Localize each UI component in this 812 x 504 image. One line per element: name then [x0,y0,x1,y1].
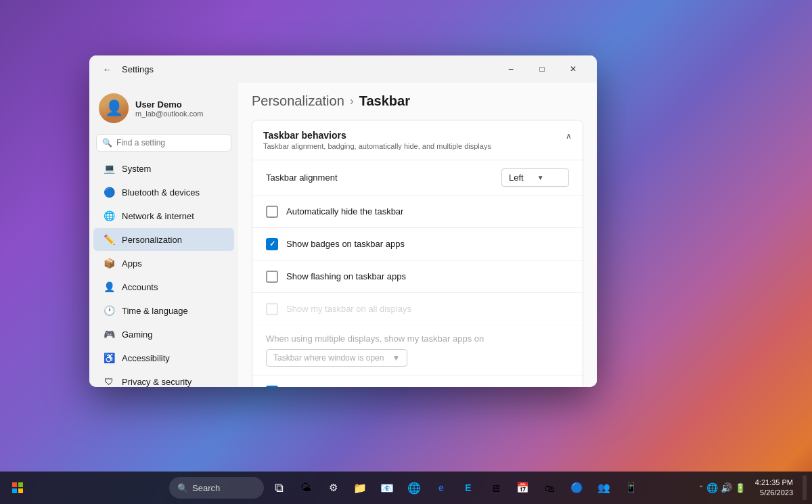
accessibility-icon: ♿ [103,352,115,364]
bluetooth-icon: 🔵 [103,186,115,198]
avatar: 👤 [99,93,129,123]
share-window-row: Share any window from my taskbar [252,375,583,387]
svg-rect-0 [12,482,17,487]
share-window-checkbox[interactable] [266,386,278,388]
edge3-button[interactable]: E [456,476,480,500]
battery-tray-icon[interactable]: 🔋 [735,483,746,493]
minimize-button[interactable]: – [495,58,526,80]
nav-item-personalization[interactable]: ✏️ Personalization [93,228,234,251]
chevron-tray-icon[interactable]: ⌃ [698,484,704,492]
edge2-button[interactable]: e [429,476,453,500]
file-explorer-button[interactable]: 📁 [348,476,372,500]
settings-icon-taskbar[interactable]: ⚙ [321,476,345,500]
content-area: Personalization › Taskbar Taskbar behavi… [238,83,597,387]
nav-item-privacy[interactable]: 🛡 Privacy & security [93,370,234,387]
nav-label-personalization: Personalization [122,235,182,245]
search-input[interactable] [116,138,225,147]
back-button[interactable]: ← [97,60,116,78]
nav-item-time[interactable]: 🕐 Time & language [93,299,234,322]
nav-label-time: Time & language [122,306,188,316]
settings-window: ← Settings – □ ✕ 👤 User Demo m_lab@out [89,55,597,387]
store-button[interactable]: 🛍 [537,476,562,500]
nav-label-accounts: Accounts [122,282,158,292]
multi-display-dropdown[interactable]: Taskbar where window is open ▼ [266,349,407,367]
edge-button[interactable]: 🌐 [402,476,426,500]
nav-label-apps: Apps [122,258,142,269]
start-button[interactable] [5,476,30,500]
auto-hide-container: Automatically hide the taskbar [266,206,569,218]
search-icon: 🔍 [102,138,112,147]
system-icon: 💻 [103,162,115,175]
show-flashing-container: Show flashing on taskbar apps [266,271,569,283]
auto-hide-label: Automatically hide the taskbar [286,206,403,216]
system-clock[interactable]: 4:21:35 PM 5/26/2023 [750,478,798,499]
section-header[interactable]: Taskbar behaviors Taskbar alignment, bad… [252,120,583,160]
close-button[interactable]: ✕ [558,58,589,80]
taskbar-search-icon: 🔍 [177,483,188,493]
show-all-displays-checkbox[interactable] [266,303,278,315]
taskbar-left [5,476,30,500]
taskbar-center: 🔍 Search ⧉ 🌤 ⚙ 📁 📧 🌐 e E 🖥 📅 🛍 🔵 👥 📱 [169,476,643,500]
breadcrumb-separator: › [350,94,354,108]
rdp-button[interactable]: 🖥 [483,476,508,500]
nav-item-gaming[interactable]: 🎮 Gaming [93,323,234,346]
breadcrumb-current: Taskbar [359,93,410,109]
personalization-icon: ✏️ [103,233,115,246]
show-badges-row: Show badges on taskbar apps [252,228,583,260]
time-icon: 🕐 [103,304,115,317]
show-all-displays-row: Show my taskbar on all displays [252,293,583,325]
multi-display-label: When using multiple displays, show my ta… [266,334,569,344]
nav-label-system: System [122,164,151,174]
show-badges-checkbox[interactable] [266,238,278,250]
alignment-value: Left [509,173,524,183]
nav-item-bluetooth[interactable]: 🔵 Bluetooth & devices [93,181,234,204]
show-flashing-checkbox[interactable] [266,271,278,283]
auto-hide-checkbox[interactable] [266,206,278,218]
task-view-button[interactable]: ⧉ [267,476,291,500]
settings-search[interactable]: 🔍 [96,134,231,152]
share-window-label: Share any window from my taskbar [286,386,424,387]
multi-display-row: When using multiple displays, show my ta… [252,325,583,375]
volume-tray-icon[interactable]: 🔊 [721,482,732,493]
network-icon: 🌐 [103,210,115,222]
widgets-button[interactable]: 🌤 [294,476,318,500]
show-badges-container: Show badges on taskbar apps [266,238,569,250]
show-badges-label: Show badges on taskbar apps [286,239,405,249]
show-desktop-button[interactable] [803,476,807,500]
taskbar-right: ⌃ 🌐 🔊 🔋 4:21:35 PM 5/26/2023 [698,476,807,500]
window-body: 👤 User Demo m_lab@outlook.com 🔍 💻 System [89,83,597,387]
breadcrumb-parent: Personalization [252,93,344,109]
nav-item-accounts[interactable]: 👤 Accounts [93,275,234,298]
phone-button[interactable]: 📱 [618,476,643,500]
alignment-dropdown[interactable]: Left ▼ [501,168,569,187]
multi-display-arrow-icon: ▼ [392,353,400,363]
nav-item-network[interactable]: 🌐 Network & internet [93,204,234,227]
user-profile: 👤 User Demo m_lab@outlook.com [89,88,238,131]
user-email: m_lab@outlook.com [135,110,203,118]
network-tray-icon[interactable]: 🌐 [706,482,718,493]
clock-date: 5/26/2023 [755,488,793,498]
show-flashing-row: Show flashing on taskbar apps [252,260,583,293]
multi-display-value: Taskbar where window is open [273,353,384,363]
desktop: ← Settings – □ ✕ 👤 User Demo m_lab@out [0,0,812,504]
nav-label-network: Network & internet [122,211,194,221]
show-all-displays-label: Show my taskbar on all displays [286,304,411,314]
nav-item-apps[interactable]: 📦 Apps [93,252,234,275]
outlook-button[interactable]: 📧 [375,476,399,500]
window-controls: – □ ✕ [495,58,589,80]
nav-label-accessibility: Accessibility [122,353,170,363]
nav-item-accessibility[interactable]: ♿ Accessibility [93,346,234,369]
taskbar-search[interactable]: 🔍 Search [169,477,264,499]
sidebar: 👤 User Demo m_lab@outlook.com 🔍 💻 System [89,83,238,387]
nav-item-system[interactable]: 💻 System [93,157,234,180]
system-tray: ⌃ 🌐 🔊 🔋 [698,482,746,493]
section-header-text: Taskbar behaviors Taskbar alignment, bad… [263,130,491,150]
chevron-up-icon: ∧ [566,130,572,141]
teams-button[interactable]: 👥 [591,476,616,500]
calendar-button[interactable]: 📅 [510,476,535,500]
taskbar: 🔍 Search ⧉ 🌤 ⚙ 📁 📧 🌐 e E 🖥 📅 🛍 🔵 👥 📱 ⌃ 🌐… [0,472,812,504]
chrome-button[interactable]: 🔵 [564,476,589,500]
maximize-button[interactable]: □ [526,58,558,80]
nav-label-privacy: Privacy & security [122,377,191,387]
nav-label-bluetooth: Bluetooth & devices [122,187,200,198]
